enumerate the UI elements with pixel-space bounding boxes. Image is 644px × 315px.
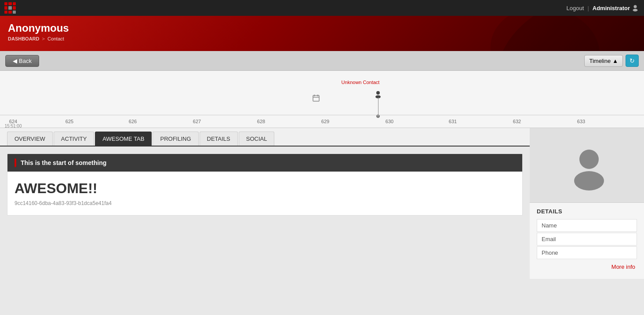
tab-content: This is the start of something AWESOME!!… <box>0 147 530 228</box>
page-title: Anonymous <box>8 22 636 34</box>
timeline-area: Unknown Contact 624 15:51:00 625 626 627… <box>0 71 644 128</box>
tab-activity[interactable]: ACTIVITY <box>54 132 95 146</box>
svg-point-8 <box>579 150 599 169</box>
timeline-label: Timeline <box>589 58 611 64</box>
admin-label: Administrator <box>593 5 630 11</box>
awesome-uuid: 9cc14160-6dba-4a83-93f3-b1dca5e41fa4 <box>15 200 515 206</box>
toolbar: ◀ Back Timeline ▲ ↻ <box>0 51 644 71</box>
main-content: OVERVIEW ACTIVITY AWESOME TAB PROFILING … <box>0 128 644 279</box>
awesome-text: AWESOME!! <box>15 180 515 197</box>
svg-point-1 <box>633 9 638 11</box>
timeline-axis <box>0 115 644 115</box>
refresh-icon: ↻ <box>629 57 635 64</box>
topbar-divider: | <box>587 5 589 11</box>
back-button[interactable]: ◀ Back <box>5 55 39 67</box>
card-body: AWESOME!! 9cc14160-6dba-4a83-93f3-b1dca5… <box>7 172 522 215</box>
timeline-tick-631: 631 <box>449 119 457 124</box>
tab-overview[interactable]: OVERVIEW <box>7 132 53 146</box>
timeline-tick-628: 628 <box>257 119 265 124</box>
breadcrumb-current: Contact <box>47 36 64 41</box>
topbar-right: Logout | Administrator <box>567 4 639 11</box>
svg-point-2 <box>376 91 380 95</box>
timeline-tick-625: 625 <box>65 119 73 124</box>
svg-point-0 <box>634 5 637 8</box>
card-header-title: This is the start of something <box>21 159 106 166</box>
timeline-arrow-icon: ▲ <box>612 58 618 64</box>
card-header: This is the start of something <box>7 154 522 172</box>
detail-name: Name <box>537 219 637 232</box>
awesome-card: This is the start of something AWESOME!!… <box>7 154 523 216</box>
detail-email: Email <box>537 233 637 245</box>
tab-details[interactable]: DETAILS <box>200 132 238 146</box>
admin-menu[interactable]: Administrator <box>593 4 639 11</box>
breadcrumb-separator: > <box>42 36 45 41</box>
timeline-tick-632: 632 <box>513 119 521 124</box>
details-title: DETAILS <box>537 208 637 215</box>
svg-point-9 <box>574 171 604 190</box>
tab-awesome-tab[interactable]: AWESOME TAB <box>95 132 152 146</box>
more-info-row: More info <box>537 260 637 274</box>
logo[interactable] <box>4 2 16 14</box>
admin-icon <box>632 4 639 11</box>
refresh-button[interactable]: ↻ <box>626 55 639 67</box>
back-label: Back <box>19 58 32 64</box>
details-section: DETAILS Name Email Phone More info <box>530 203 644 279</box>
svg-rect-4 <box>313 95 319 101</box>
timeline-contact-label: Unknown Contact <box>342 80 380 85</box>
card-header-accent <box>15 158 16 167</box>
breadcrumb: DASHBOARD > Contact <box>8 36 636 41</box>
header-banner: Anonymous DASHBOARD > Contact <box>0 16 644 51</box>
timeline-time-label: 15:51:00 <box>5 124 22 128</box>
tabs: OVERVIEW ACTIVITY AWESOME TAB PROFILING … <box>0 128 530 147</box>
topbar: Logout | Administrator <box>0 0 644 16</box>
timeline-tick-627: 627 <box>193 119 201 124</box>
timeline-button[interactable]: Timeline ▲ <box>584 55 623 67</box>
more-info-link[interactable]: More info <box>611 264 635 270</box>
toolbar-right: Timeline ▲ ↻ <box>584 55 639 67</box>
timeline-tick-633: 633 <box>577 119 585 124</box>
timeline-calendar-icon[interactable] <box>312 94 320 103</box>
avatar <box>565 143 609 187</box>
logout-link[interactable]: Logout <box>567 5 584 11</box>
avatar-section <box>530 128 644 203</box>
left-panel: OVERVIEW ACTIVITY AWESOME TAB PROFILING … <box>0 128 530 279</box>
breadcrumb-dashboard[interactable]: DASHBOARD <box>8 36 40 41</box>
back-arrow-icon: ◀ <box>13 58 17 64</box>
tab-social[interactable]: SOCIAL <box>239 132 275 146</box>
tab-profiling[interactable]: PROFILING <box>153 132 198 146</box>
timeline-line <box>378 97 378 115</box>
detail-phone: Phone <box>537 246 637 259</box>
timeline-tick-629: 629 <box>321 119 329 124</box>
timeline-tick-630: 630 <box>386 119 393 124</box>
right-panel: DETAILS Name Email Phone More info <box>530 128 644 279</box>
timeline-tick-626: 626 <box>129 119 137 124</box>
